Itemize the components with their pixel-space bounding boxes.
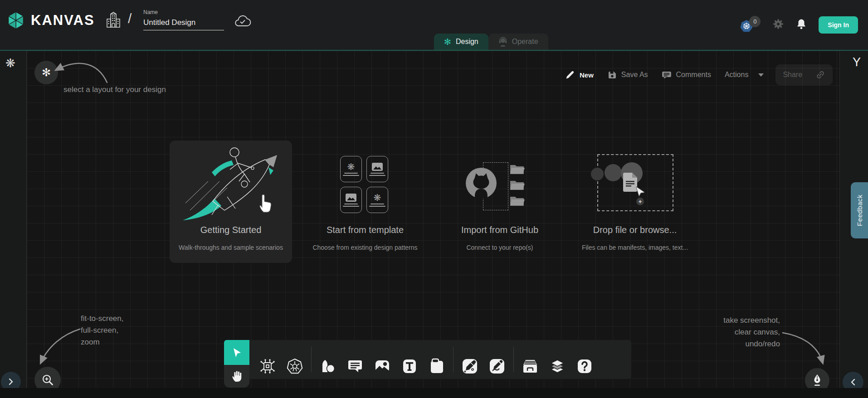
template-cell xyxy=(340,187,362,213)
spiral-icon: ❋ xyxy=(347,162,355,171)
organization-icon[interactable] xyxy=(105,12,122,31)
spiral-icon: ❋ xyxy=(374,193,381,202)
pencil-new-icon xyxy=(565,70,575,80)
comments-button[interactable]: Comments xyxy=(662,70,711,80)
zoom-hint-text: fit-to-screen, full-screen, zoom xyxy=(81,313,123,348)
magnifier-plus-icon xyxy=(41,373,54,387)
share-link-icon xyxy=(815,70,825,80)
feedback-tab[interactable]: Feedback xyxy=(851,182,868,238)
github-folders-illustration xyxy=(466,160,534,215)
help-tool[interactable] xyxy=(576,358,593,375)
bubble-medium xyxy=(605,164,622,181)
template-grid-illustration: ❋ ❋ xyxy=(340,156,388,213)
pencil-tool[interactable] xyxy=(488,358,506,375)
kubernetes-wheel-icon xyxy=(286,358,303,375)
card-start-from-template[interactable]: ❋ ❋ xyxy=(304,141,426,263)
chevron-down-icon xyxy=(758,73,764,77)
card-subtitle: Choose from existing design patterns xyxy=(304,244,426,251)
kanvas-hexagon-logo-icon xyxy=(6,11,25,30)
design-spiral-icon: ✻ xyxy=(444,38,451,46)
tab-design-label: Design xyxy=(456,38,478,46)
select-tool[interactable] xyxy=(224,340,249,365)
note-tool[interactable] xyxy=(428,358,445,375)
card-title: Start from template xyxy=(304,225,426,235)
actions-dropdown[interactable]: Actions xyxy=(725,71,764,79)
tab-operate-label: Operate xyxy=(512,38,538,46)
mode-tabs: ✻ Design Operate xyxy=(434,34,548,50)
pen-tool[interactable] xyxy=(461,358,478,375)
toolbar-divider xyxy=(513,347,514,372)
layer5-y-logo: Y xyxy=(853,55,861,69)
notifications-bell-button[interactable] xyxy=(796,18,807,32)
bottom-edge-strip xyxy=(0,388,868,398)
layers-tool[interactable] xyxy=(549,358,566,375)
layout-hint-text: select a layout for your design xyxy=(63,85,166,94)
drop-file-illustration: + xyxy=(597,154,674,212)
pencil-scribble-icon xyxy=(488,358,506,375)
operate-headset-icon xyxy=(498,37,507,47)
tool-icons-row xyxy=(254,340,598,379)
rocket-illustration xyxy=(176,143,285,225)
text-tool[interactable] xyxy=(401,358,418,375)
app-logo[interactable]: KANVAS xyxy=(6,11,95,30)
github-octocat-icon xyxy=(466,168,497,199)
image-icon xyxy=(374,358,391,375)
header-actions: 0 xyxy=(740,0,858,50)
card-title: Import from GitHub xyxy=(439,225,561,235)
image-icon xyxy=(371,162,383,171)
card-import-from-github[interactable]: Import from GitHub Connect to your repo(… xyxy=(439,141,561,263)
card-title: Drop file or browse... xyxy=(574,225,696,235)
app-window: KANVAS / Name xyxy=(0,0,868,398)
new-button[interactable]: New xyxy=(565,70,594,80)
comment-tool[interactable] xyxy=(346,358,364,375)
tab-design[interactable]: ✻ Design xyxy=(434,34,488,50)
shapes-icon xyxy=(319,358,336,375)
chevron-right-icon xyxy=(7,378,15,386)
card-subtitle: Walk-throughs and sample scenarios xyxy=(170,244,292,251)
folder-icon xyxy=(509,179,525,191)
kubernetes-tool[interactable] xyxy=(286,358,303,375)
image-icon xyxy=(345,193,357,202)
cursor-arrow-icon xyxy=(634,187,644,199)
cursor-select-icon xyxy=(231,347,243,359)
save-as-button[interactable]: Save As xyxy=(607,70,648,80)
help-question-icon xyxy=(576,358,593,375)
card-getting-started[interactable]: Getting Started Walk-throughs and sample… xyxy=(170,141,292,263)
repo-folder-list xyxy=(509,163,525,207)
cloud-saved-icon xyxy=(234,15,251,30)
drawer-tool[interactable] xyxy=(522,358,539,375)
component-circuit-icon xyxy=(259,358,276,375)
cursor-hand-icon xyxy=(260,194,271,212)
sign-in-button[interactable]: Sign In xyxy=(819,16,858,34)
pan-tool[interactable] xyxy=(224,366,249,386)
pointer-tools-group xyxy=(224,340,249,388)
component-tool[interactable] xyxy=(259,358,276,375)
left-spiral-icon[interactable]: ❋ xyxy=(5,56,15,70)
card-drop-file[interactable]: + Drop file or browse... Files can be ma… xyxy=(574,141,696,263)
kubernetes-context-button[interactable]: 0 xyxy=(740,16,761,34)
comment-bubble-icon xyxy=(346,358,364,375)
card-subtitle: Connect to your repo(s) xyxy=(439,244,561,251)
design-name-input[interactable] xyxy=(143,17,224,30)
pen-nib-icon xyxy=(811,374,823,387)
card-title: Getting Started xyxy=(170,225,292,235)
template-cell: ❋ xyxy=(340,156,362,182)
app-header: KANVAS / Name xyxy=(0,0,868,50)
image-tool[interactable] xyxy=(374,358,391,375)
toolbar-divider xyxy=(453,347,454,372)
hand-pan-icon xyxy=(230,369,244,383)
pen-path-icon xyxy=(461,358,478,375)
settings-gear-button[interactable] xyxy=(772,18,784,32)
tab-operate[interactable]: Operate xyxy=(488,34,548,50)
template-cell xyxy=(366,156,388,182)
chevron-left-icon xyxy=(849,378,857,386)
canvas-hint-text: take screenshot, clear canvas, undo/redo xyxy=(694,315,780,350)
card-subtitle: Files can be manifests, images, text... xyxy=(574,244,696,251)
shapes-tool[interactable] xyxy=(319,358,336,375)
feedback-label: Feedback xyxy=(856,194,863,226)
brand-name: KANVAS xyxy=(31,12,95,29)
text-icon xyxy=(401,358,418,375)
share-button[interactable]: Share xyxy=(775,64,833,85)
layout-selector-button[interactable]: ✻ xyxy=(34,61,58,84)
design-canvas: ❋ Y New Save As xyxy=(0,50,868,388)
